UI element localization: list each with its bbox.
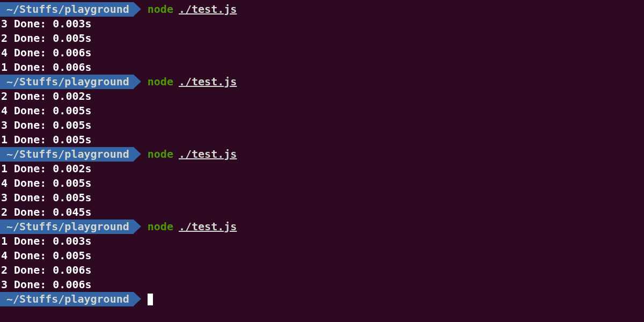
prompt-line[interactable]: ~/Stuffs/playground: [0, 292, 644, 306]
command-argument: ./test.js: [179, 147, 237, 162]
output-line: 1 Done: 0.002s: [0, 162, 644, 176]
prompt: ~/Stuffs/playground: [0, 75, 134, 89]
command: node./test.js: [148, 147, 237, 162]
command-argument: ./test.js: [179, 2, 237, 17]
output-line: 2 Done: 0.045s: [0, 205, 644, 219]
output-line: 4 Done: 0.005s: [0, 248, 644, 263]
command-executable: node: [148, 75, 173, 89]
command-executable: node: [148, 219, 173, 234]
output-line: 3 Done: 0.006s: [0, 277, 644, 292]
prompt-path: ~/Stuffs/playground: [0, 219, 134, 234]
prompt-line[interactable]: ~/Stuffs/playgroundnode./test.js: [0, 75, 644, 89]
output-line: 4 Done: 0.005s: [0, 104, 644, 118]
command-argument: ./test.js: [179, 219, 237, 234]
output-line: 1 Done: 0.003s: [0, 234, 644, 248]
prompt: ~/Stuffs/playground: [0, 292, 134, 306]
output-line: 1 Done: 0.005s: [0, 133, 644, 147]
prompt-path: ~/Stuffs/playground: [0, 147, 134, 162]
output-line: 2 Done: 0.006s: [0, 263, 644, 277]
command: node./test.js: [148, 219, 237, 234]
output-line: 1 Done: 0.006s: [0, 60, 644, 75]
output-line: 4 Done: 0.006s: [0, 46, 644, 60]
prompt: ~/Stuffs/playground: [0, 219, 134, 234]
prompt: ~/Stuffs/playground: [0, 2, 134, 17]
output-line: 3 Done: 0.003s: [0, 17, 644, 31]
prompt: ~/Stuffs/playground: [0, 147, 134, 162]
command-executable: node: [148, 147, 173, 162]
output-line: 2 Done: 0.005s: [0, 31, 644, 46]
prompt-path: ~/Stuffs/playground: [0, 75, 134, 89]
command-argument: ./test.js: [179, 75, 237, 89]
cursor: [148, 294, 153, 305]
output-line: 4 Done: 0.005s: [0, 176, 644, 191]
terminal-window[interactable]: ~/Stuffs/playgroundnode./test.js3 Done: …: [0, 2, 644, 306]
output-line: 3 Done: 0.005s: [0, 191, 644, 205]
output-line: 2 Done: 0.002s: [0, 89, 644, 104]
prompt-line[interactable]: ~/Stuffs/playgroundnode./test.js: [0, 2, 644, 17]
output-line: 3 Done: 0.005s: [0, 118, 644, 133]
prompt-line[interactable]: ~/Stuffs/playgroundnode./test.js: [0, 219, 644, 234]
prompt-line[interactable]: ~/Stuffs/playgroundnode./test.js: [0, 147, 644, 162]
command-executable: node: [148, 2, 173, 17]
prompt-path: ~/Stuffs/playground: [0, 292, 134, 306]
command: node./test.js: [148, 2, 237, 17]
prompt-path: ~/Stuffs/playground: [0, 2, 134, 17]
command: node./test.js: [148, 75, 237, 89]
